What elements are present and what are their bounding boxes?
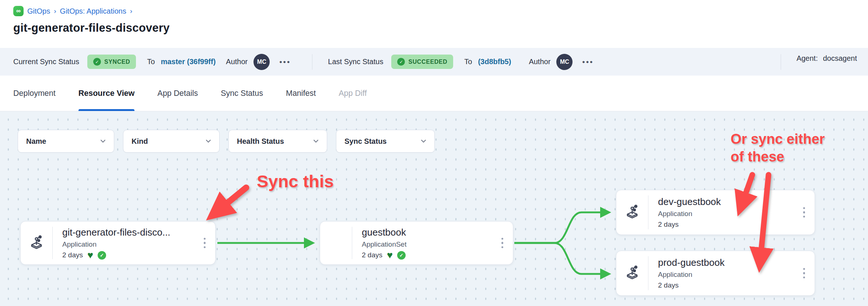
node-prod-guestbook[interactable]: prod-guestbook Application 2 days [616, 251, 815, 296]
breadcrumb-separator-icon: › [130, 7, 132, 15]
node-kind: Application [62, 240, 199, 248]
synced-status-badge: ✓ SYNCED [87, 55, 136, 69]
current-commit-link[interactable]: master (36f99ff) [161, 58, 216, 66]
annotation-or-sync-line2: of these [731, 148, 825, 166]
check-circle-icon: ✓ [93, 58, 101, 66]
node-dev-guestbook[interactable]: dev-guestbook Application 2 days [616, 190, 815, 235]
last-author-label: Author [529, 58, 550, 66]
connector-appset-to-prod [514, 243, 609, 274]
filter-name-label: Name [26, 137, 46, 146]
application-icon [616, 264, 648, 282]
node-info: guestbook ApplicationSet 2 days ♥ ✓ [352, 227, 497, 260]
statusbar-divider [781, 54, 781, 70]
tab-app-details[interactable]: App Details [157, 76, 198, 111]
connector-appset-to-dev [514, 212, 609, 243]
node-age: 2 days [362, 251, 382, 259]
filter-name[interactable]: Name [18, 130, 114, 153]
resource-graph-canvas[interactable]: Name Kind Health Status Sync Status [0, 111, 868, 306]
application-icon [616, 204, 648, 221]
last-to-label: To [464, 58, 472, 66]
node-menu-icon[interactable] [501, 238, 504, 248]
chevron-down-icon [313, 139, 319, 143]
node-menu-icon[interactable] [803, 268, 805, 279]
annotation-or-sync: Or sync either of these [731, 131, 825, 166]
health-heart-icon: ♥ [87, 251, 93, 259]
succeeded-badge-label: SUCCEEDED [408, 59, 447, 65]
node-title: git-generator-files-disco... [62, 227, 199, 238]
current-to-label: To [147, 58, 155, 66]
annotation-arrow-sync-this [212, 188, 246, 216]
last-author-avatar[interactable]: MC [556, 54, 573, 70]
sync-check-icon: ✓ [98, 251, 106, 260]
tab-manifest[interactable]: Manifest [286, 76, 316, 111]
node-menu-icon[interactable] [204, 238, 206, 248]
current-author-avatar[interactable]: MC [253, 54, 270, 70]
node-age: 2 days [658, 281, 679, 289]
filter-bar: Name Kind Health Status Sync Status [18, 130, 435, 153]
current-author-label: Author [226, 58, 248, 66]
node-info: dev-guestbook Application 2 days [648, 196, 799, 229]
sync-status-bar: Current Sync Status ✓ SYNCED To master (… [0, 48, 868, 76]
gitops-logo-icon: ∞ [13, 6, 24, 16]
last-commit-link[interactable]: (3d8bfb5) [478, 58, 511, 66]
statusbar-divider [312, 54, 312, 70]
last-sync-status-label: Last Sync Status [328, 58, 383, 66]
chevron-down-icon [206, 139, 211, 143]
node-info: git-generator-files-disco... Application… [53, 227, 199, 260]
agent-info: Agent: docsagent [781, 54, 857, 70]
node-info: prod-guestbook Application 2 days [648, 257, 799, 289]
breadcrumb-separator-icon: › [54, 7, 56, 15]
filter-kind-label: Kind [132, 137, 148, 146]
chevron-down-icon [100, 139, 106, 143]
node-git-generator-files-discovery[interactable]: git-generator-files-disco... Application… [20, 221, 216, 265]
breadcrumb-link-gitops[interactable]: GitOps [27, 7, 50, 15]
tab-deployment[interactable]: Deployment [13, 76, 56, 111]
health-heart-icon: ♥ [387, 251, 393, 259]
filter-health-status[interactable]: Health Status [228, 130, 327, 153]
annotation-sync-this: Sync this [257, 171, 334, 191]
check-circle-icon: ✓ [397, 58, 405, 66]
current-more-options-icon[interactable]: ••• [279, 58, 291, 66]
agent-value: docsagent [823, 54, 857, 70]
tab-app-diff: App Diff [339, 76, 367, 111]
chevron-down-icon [421, 139, 426, 143]
page-header: ∞ GitOps › GitOps: Applications › git-ge… [0, 0, 868, 48]
synced-badge-label: SYNCED [104, 59, 130, 65]
filter-health-status-label: Health Status [237, 137, 284, 146]
last-more-options-icon[interactable]: ••• [582, 58, 594, 66]
tab-sync-status[interactable]: Sync Status [221, 76, 263, 111]
node-title: dev-guestbook [658, 196, 799, 208]
current-sync-status-label: Current Sync Status [13, 58, 79, 66]
tab-bar: Deployment Resource View App Details Syn… [0, 76, 868, 111]
sync-check-icon: ✓ [397, 251, 406, 260]
node-title: prod-guestbook [658, 257, 799, 268]
succeeded-status-badge: ✓ SUCCEEDED [391, 55, 453, 69]
agent-label: Agent: [797, 54, 818, 70]
node-kind: Application [658, 210, 799, 218]
node-kind: Application [658, 271, 799, 279]
page-title: git-generator-files-discovery [13, 21, 868, 35]
node-age: 2 days [658, 220, 679, 229]
breadcrumb: ∞ GitOps › GitOps: Applications › [13, 6, 868, 16]
annotation-or-sync-line1: Or sync either [731, 131, 825, 148]
application-icon [21, 234, 52, 252]
filter-kind[interactable]: Kind [123, 130, 220, 153]
node-menu-icon[interactable] [803, 207, 805, 218]
tab-resource-view[interactable]: Resource View [78, 76, 135, 111]
node-kind: ApplicationSet [362, 240, 497, 248]
node-title: guestbook [362, 227, 497, 238]
filter-sync-status-label: Sync Status [344, 137, 386, 146]
filter-sync-status[interactable]: Sync Status [336, 130, 435, 153]
node-guestbook[interactable]: guestbook ApplicationSet 2 days ♥ ✓ [320, 221, 513, 265]
breadcrumb-link-applications[interactable]: GitOps: Applications [60, 7, 126, 15]
node-age: 2 days [62, 251, 83, 259]
